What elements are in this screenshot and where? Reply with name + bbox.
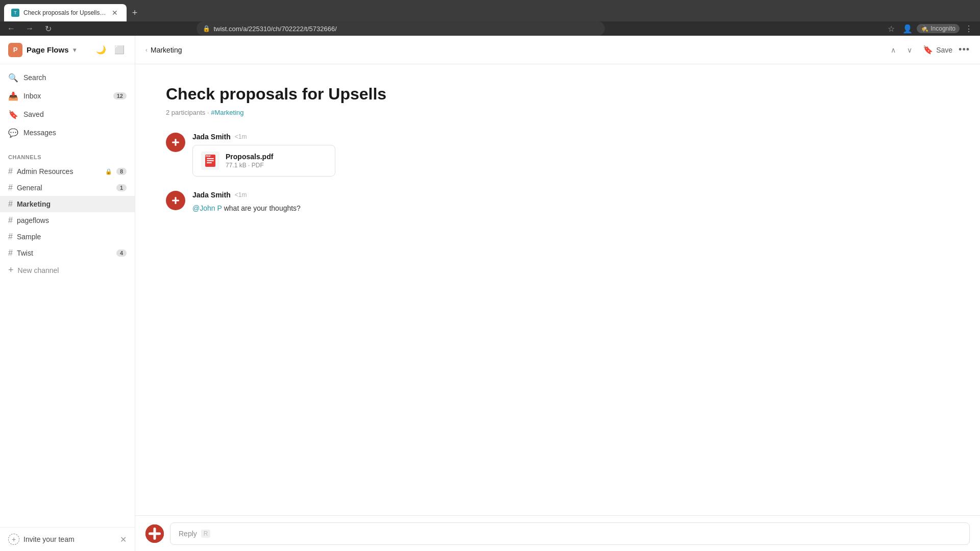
bookmark-button[interactable]: ☆ [884, 21, 898, 36]
channel-hash-icon: # [8, 232, 13, 241]
message-suffix: what are your thoughts? [224, 204, 301, 212]
mention-john[interactable]: @John P [192, 204, 222, 212]
avatar-svg-2 [170, 195, 181, 206]
channel-hash-icon: # [8, 167, 13, 176]
message-body-1: Jada Smith <1m PDF [192, 133, 949, 177]
channel-name-sample: Sample [17, 233, 127, 241]
channel-item-general[interactable]: # General 1 [0, 180, 135, 196]
reload-button[interactable]: ↻ [41, 21, 55, 36]
save-label: Save [936, 46, 952, 54]
sender-name-2: Jada Smith [192, 191, 231, 199]
invite-team-button[interactable]: + Invite your team [8, 534, 75, 545]
thread-content: Check proposals for Upsells 2 participan… [135, 64, 980, 515]
svg-rect-2 [172, 141, 179, 143]
reply-avatar [145, 524, 164, 543]
channel-badge-twist: 4 [116, 249, 127, 257]
channel-item-admin-resources[interactable]: # Admin Resources 🔒 8 [0, 163, 135, 180]
browser-chrome: T Check proposals for Upsells · Pa... ✕ … [0, 0, 980, 36]
svg-rect-7 [207, 162, 212, 163]
sidebar-footer: + Invite your team ✕ [0, 527, 135, 551]
participants-text: 2 participants [166, 109, 205, 116]
new-tab-button[interactable]: + [128, 6, 142, 20]
message-header-2: Jada Smith <1m [192, 191, 949, 199]
active-tab[interactable]: T Check proposals for Upsells · Pa... ✕ [4, 4, 127, 21]
channel-badge-general: 1 [116, 184, 127, 191]
sender-name-1: Jada Smith [192, 133, 231, 141]
channel-name-pageflows: pageflows [17, 216, 127, 224]
nav-item-saved[interactable]: 🔖 Saved [0, 105, 135, 123]
file-info: Proposals.pdf 77.1 kB · PDF [226, 153, 327, 169]
svg-rect-6 [207, 160, 214, 161]
incognito-badge: 🕵 Incognito [917, 24, 960, 33]
layout-button[interactable]: ⬜ [112, 43, 127, 57]
svg-rect-14 [149, 532, 161, 535]
workspace-logo: P [8, 43, 22, 57]
nav-item-inbox[interactable]: 📥 Inbox 12 [0, 87, 135, 105]
tab-title: Check proposals for Upsells · Pa... [23, 9, 106, 16]
tab-close-button[interactable]: ✕ [110, 8, 119, 17]
file-type: PDF [252, 162, 264, 169]
channel-badge-admin: 8 [116, 168, 127, 175]
reply-input[interactable]: Reply R [170, 522, 970, 545]
message-header-1: Jada Smith <1m [192, 133, 949, 141]
nav-item-messages[interactable]: 💬 Messages [0, 123, 135, 142]
channel-name-general: General [17, 184, 112, 192]
channel-link[interactable]: #Marketing [211, 109, 243, 116]
main-content: ‹ Marketing ∧ ∨ 🔖 Save ••• Check proposa… [135, 36, 980, 551]
theme-toggle-button[interactable]: 🌙 [94, 43, 108, 57]
breadcrumb: ‹ Marketing [145, 46, 182, 54]
workspace-label: Page Flows [27, 45, 69, 54]
messages-icon: 💬 [8, 128, 18, 138]
search-label: Search [23, 73, 127, 82]
header-actions: 🌙 ⬜ [94, 43, 127, 57]
channel-item-twist[interactable]: # Twist 4 [0, 245, 135, 261]
saved-icon: 🔖 [8, 109, 18, 119]
save-button[interactable]: 🔖 Save [923, 45, 952, 55]
more-options-button[interactable]: ••• [959, 44, 970, 55]
back-button[interactable]: ← [4, 21, 18, 36]
address-bar[interactable]: 🔒 twist.com/a/225310/ch/702222/t/5732666… [197, 21, 605, 36]
file-attachment[interactable]: PDF Proposals.pdf 77.1 kB · PDF [192, 145, 335, 177]
channel-item-pageflows[interactable]: # pageflows [0, 212, 135, 229]
nav-arrows: ∧ ∨ [886, 43, 917, 57]
prev-thread-button[interactable]: ∧ [886, 43, 900, 57]
lock-icon-admin: 🔒 [105, 168, 112, 175]
next-thread-button[interactable]: ∨ [902, 43, 917, 57]
message-body-2: Jada Smith <1m @John P what are your tho… [192, 191, 949, 214]
incognito-icon: 🕵 [921, 25, 928, 32]
file-separator: · [248, 162, 252, 169]
forward-button[interactable]: → [22, 21, 37, 36]
inbox-badge: 12 [113, 92, 127, 99]
file-meta: 77.1 kB · PDF [226, 162, 327, 169]
reply-shortcut: R [201, 530, 211, 538]
add-channel-icon: + [8, 265, 14, 276]
profile-button[interactable]: 👤 [900, 21, 915, 36]
file-name: Proposals.pdf [226, 153, 327, 161]
breadcrumb-current: Marketing [151, 46, 182, 54]
avatar-svg-1 [170, 137, 181, 148]
channel-name-marketing: Marketing [17, 200, 127, 208]
add-channel-button[interactable]: + New channel [0, 261, 135, 279]
message-time-2: <1m [235, 191, 247, 198]
svg-rect-11 [172, 199, 179, 201]
invite-icon: + [8, 534, 19, 545]
pdf-icon: PDF [201, 152, 219, 170]
reply-avatar-svg [145, 524, 164, 543]
message-text-2: @John P what are your thoughts? [192, 203, 949, 214]
saved-label: Saved [23, 110, 127, 118]
address-bar-row: ← → ↻ 🔒 twist.com/a/225310/ch/702222/t/5… [0, 21, 980, 36]
message-1: Jada Smith <1m PDF [166, 133, 949, 177]
channel-item-sample[interactable]: # Sample [0, 229, 135, 245]
main-header: ‹ Marketing ∧ ∨ 🔖 Save ••• [135, 36, 980, 64]
thread-title: Check proposals for Upsells [166, 85, 949, 104]
inbox-label: Inbox [23, 92, 108, 100]
dismiss-invite-button[interactable]: ✕ [120, 535, 127, 544]
channel-item-marketing[interactable]: # Marketing [0, 196, 135, 212]
svg-rect-5 [207, 158, 214, 159]
workspace-name[interactable]: P Page Flows ▾ [8, 43, 76, 57]
sidebar-header: P Page Flows ▾ 🌙 ⬜ [0, 36, 135, 64]
nav-item-search[interactable]: 🔍 Search [0, 68, 135, 87]
messages-label: Messages [23, 129, 127, 137]
extensions-button[interactable]: ⋮ [962, 21, 976, 36]
reply-placeholder: Reply [179, 530, 197, 538]
